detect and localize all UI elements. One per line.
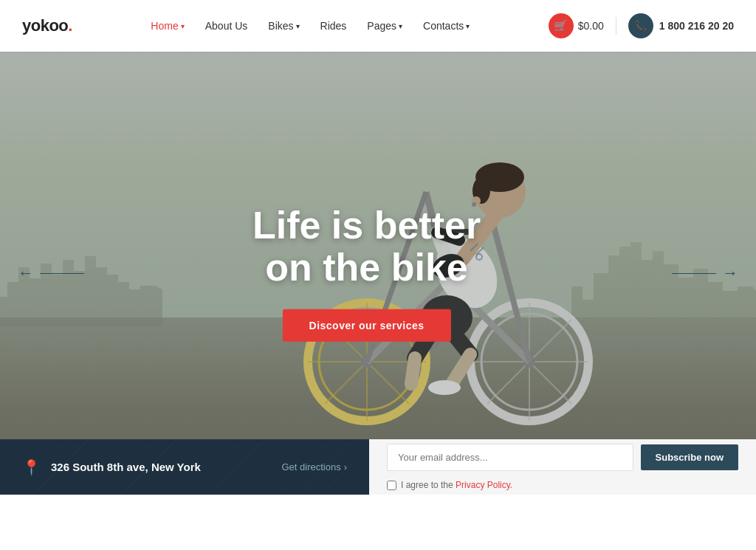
chevron-down-icon: ▾ xyxy=(181,22,185,30)
cart-icon-wrap: 🛒 xyxy=(549,13,574,38)
cart-price: $0.00 xyxy=(578,20,604,32)
header-right: 🛒 $0.00 📞 1 800 216 20 20 xyxy=(549,13,734,38)
hero-title: Life is better on the bike xyxy=(252,204,481,289)
nav-item-pages[interactable]: Pages ▾ xyxy=(367,20,402,32)
nav-item-rides[interactable]: Rides xyxy=(320,20,347,32)
phone-number: 1 800 216 20 20 xyxy=(659,20,734,32)
location-pin-icon: 📍 xyxy=(22,458,41,476)
main-nav: Home ▾ About Us Bikes ▾ Rides Pages ▾ Co… xyxy=(151,20,470,32)
nav-item-home[interactable]: Home ▾ xyxy=(151,20,184,32)
arrow-line-left xyxy=(40,273,84,274)
hero-section: Life is better on the bike Discover our … xyxy=(0,52,756,495)
header-divider xyxy=(616,17,616,35)
cart-button[interactable]: 🛒 $0.00 xyxy=(549,13,604,38)
arrow-line-right xyxy=(672,273,716,274)
nav-item-contacts[interactable]: Contacts ▾ xyxy=(423,20,470,32)
chevron-down-icon: ▾ xyxy=(399,22,402,30)
chevron-down-icon: ▾ xyxy=(296,22,300,30)
hero-prev-arrow[interactable]: ← xyxy=(18,264,84,283)
get-directions-link[interactable]: Get directions › xyxy=(281,461,347,472)
hero-content: Life is better on the bike Discover our … xyxy=(252,204,481,342)
hero-cta-button[interactable]: Discover our services xyxy=(283,309,451,342)
email-input[interactable] xyxy=(387,444,633,471)
privacy-policy-link[interactable]: Privacy Policy. xyxy=(456,480,512,490)
logo[interactable]: yokoo. xyxy=(22,16,72,35)
privacy-policy-checkbox[interactable] xyxy=(387,481,396,490)
arrow-left-icon: ← xyxy=(18,264,34,283)
subscribe-section: Subscribe now I agree to the Privacy Pol… xyxy=(369,439,756,495)
subscribe-button[interactable]: Subscribe now xyxy=(641,444,738,470)
subscribe-row: Subscribe now xyxy=(387,444,738,471)
agree-text: I agree to the Privacy Policy. xyxy=(401,480,512,490)
address-text: 326 South 8th ave, New York xyxy=(51,461,201,473)
arrow-right-small-icon: › xyxy=(344,461,347,472)
nav-item-bikes[interactable]: Bikes ▾ xyxy=(268,20,299,32)
hero-next-arrow[interactable]: → xyxy=(672,264,738,283)
phone-icon: 📞 xyxy=(634,20,647,32)
bottom-banner: 📍 326 South 8th ave, New York Get direct… xyxy=(0,439,756,495)
agree-row: I agree to the Privacy Policy. xyxy=(387,480,738,490)
address-section: 📍 326 South 8th ave, New York Get direct… xyxy=(0,439,369,495)
logo-dot: . xyxy=(68,16,72,35)
cart-icon: 🛒 xyxy=(554,19,568,32)
phone-icon-wrap: 📞 xyxy=(628,13,653,38)
arrow-right-icon: → xyxy=(722,264,738,283)
site-header: yokoo. Home ▾ About Us Bikes ▾ Rides Pag… xyxy=(0,0,756,52)
phone-button[interactable]: 📞 1 800 216 20 20 xyxy=(628,13,734,38)
nav-item-about[interactable]: About Us xyxy=(205,20,248,32)
chevron-down-icon: ▾ xyxy=(466,22,470,30)
logo-text: yokoo xyxy=(22,16,68,35)
